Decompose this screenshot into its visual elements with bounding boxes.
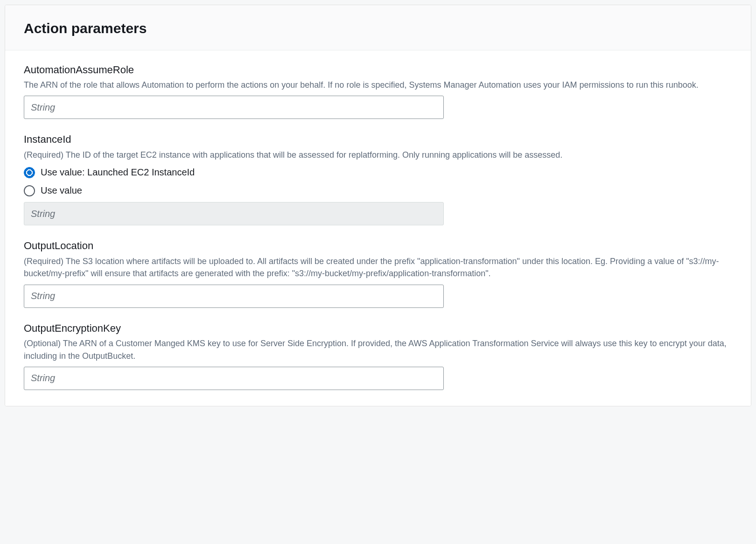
param-label: AutomationAssumeRole (24, 63, 732, 77)
radio-icon[interactable] (24, 167, 35, 178)
param-instance-id: InstanceId (Required) The ID of the targ… (24, 132, 732, 225)
panel-body: AutomationAssumeRole The ARN of the role… (5, 50, 751, 406)
panel-title: Action parameters (24, 18, 732, 39)
param-description: (Required) The S3 location where artifac… (24, 255, 732, 279)
automation-assume-role-input[interactable] (24, 96, 444, 119)
radio-icon[interactable] (24, 185, 35, 196)
param-automation-assume-role: AutomationAssumeRole The ARN of the role… (24, 63, 732, 119)
panel-header: Action parameters (5, 5, 751, 50)
param-description: (Optional) The ARN of a Customer Manged … (24, 337, 732, 362)
param-output-encryption-key: OutputEncryptionKey (Optional) The ARN o… (24, 321, 732, 390)
output-location-input[interactable] (24, 285, 444, 308)
radio-label: Use value: Launched EC2 InstanceId (41, 166, 195, 179)
instance-id-option-custom[interactable]: Use value (24, 184, 732, 197)
param-output-location: OutputLocation (Required) The S3 locatio… (24, 238, 732, 307)
param-description: (Required) The ID of the target EC2 inst… (24, 149, 732, 161)
radio-label: Use value (41, 184, 82, 197)
param-label: InstanceId (24, 132, 732, 147)
param-label: OutputEncryptionKey (24, 321, 732, 336)
instance-id-option-launched[interactable]: Use value: Launched EC2 InstanceId (24, 166, 732, 179)
output-encryption-key-input[interactable] (24, 367, 444, 390)
param-label: OutputLocation (24, 238, 732, 253)
action-parameters-panel: Action parameters AutomationAssumeRole T… (5, 5, 751, 406)
param-description: The ARN of the role that allows Automati… (24, 79, 732, 91)
instance-id-input (24, 202, 444, 225)
